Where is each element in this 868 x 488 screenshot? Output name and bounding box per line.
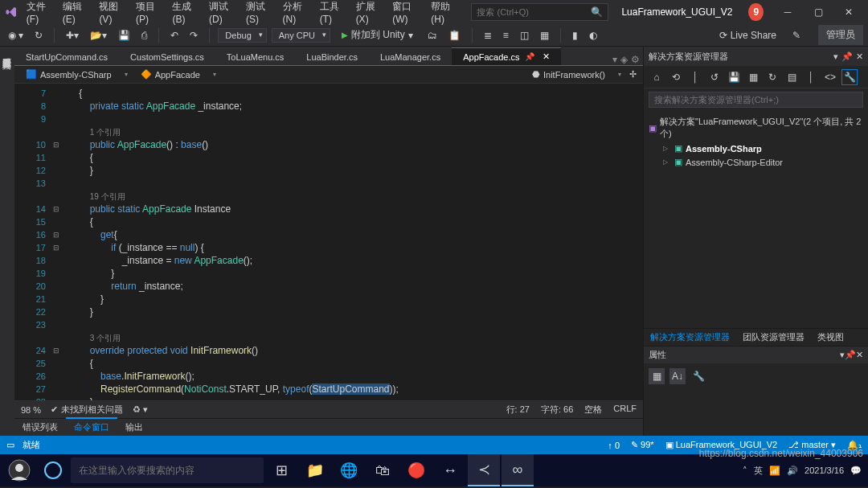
fold-gutter[interactable]: ⊟⊟⊟⊟⊟⊟⊟ [51, 84, 62, 400]
taskbar-search[interactable] [71, 457, 264, 483]
feedback-icon[interactable]: ✎ [789, 28, 804, 43]
categorize-icon[interactable]: ▦ [649, 368, 665, 384]
avatar-icon[interactable] [3, 459, 35, 482]
sync-icon[interactable]: ↺ [706, 69, 723, 85]
toolbar-icon[interactable]: ◐ [586, 28, 600, 43]
run-button[interactable]: 附加到 Unity ▾ [335, 27, 420, 43]
nav-back-button[interactable]: ◉ ▾ [5, 28, 27, 43]
panel-close-icon[interactable]: ✕ [856, 51, 863, 62]
showall-icon[interactable]: ▦ [745, 69, 761, 85]
split-icon[interactable]: ✢ [629, 69, 637, 80]
issues-dropdown[interactable]: ♻ ▾ [133, 404, 148, 415]
tab-settings-icon[interactable]: ⚙ [631, 54, 640, 65]
wifi-icon[interactable]: 📶 [769, 465, 780, 476]
tab-solution-explorer[interactable]: 解决方案资源管理器 [644, 329, 736, 346]
bell-icon[interactable]: 🔔₁ [847, 440, 862, 450]
menu-view[interactable]: 视图(V) [94, 0, 129, 28]
menu-edit[interactable]: 编辑(E) [58, 0, 93, 28]
tab-class-view[interactable]: 类视图 [811, 329, 850, 346]
new-button[interactable]: ✚▾ [63, 28, 82, 43]
tray-up-icon[interactable]: ˄ [743, 465, 747, 476]
panel-pin-icon[interactable]: 📌 [845, 350, 856, 359]
properties-icon[interactable]: ▤ [784, 69, 800, 85]
redo-button[interactable]: ↷ [186, 28, 201, 43]
toolbar-icon[interactable]: 🗂 [424, 28, 440, 43]
zoom-level[interactable]: 98 % [21, 405, 41, 415]
view-icon[interactable]: <> [822, 69, 838, 85]
platform-combo[interactable]: Any CPU [272, 28, 330, 43]
output-icon[interactable]: ▭ [6, 440, 14, 450]
tab-toluamenu[interactable]: ToLuaMenu.cs [215, 49, 296, 65]
ime-icon[interactable]: 英 [754, 465, 763, 477]
tab-startup[interactable]: StartUpCommand.cs [14, 49, 119, 65]
save-icon[interactable]: 💾 [726, 69, 742, 85]
code-editor[interactable]: 7891011121314151617181920212223242526272… [14, 84, 643, 400]
vscode-icon[interactable]: ≺ [468, 454, 500, 486]
collapse-icon[interactable]: ⟲ [668, 69, 684, 85]
panel-dropdown-icon[interactable]: ▾ [833, 51, 838, 62]
explorer-icon[interactable]: 📁 [299, 454, 331, 486]
nav-fwd-button[interactable]: ↻ [31, 28, 46, 43]
volume-icon[interactable]: 🔊 [787, 465, 798, 476]
user-badge[interactable]: 9 [748, 3, 764, 21]
cortana-icon[interactable] [37, 454, 69, 486]
tab-errorlist[interactable]: 错误列表 [14, 419, 66, 436]
source-text[interactable]: { private static AppFacade _instance; 1 … [62, 84, 643, 400]
menu-analyze[interactable]: 分析(N) [278, 0, 313, 28]
system-tray[interactable]: ˄ 英 📶 🔊 2021/3/16 💬 [743, 465, 865, 477]
crumb-method[interactable]: ⬣ InitFramework() [527, 68, 626, 81]
tab-customsettings[interactable]: CustomSettings.cs [119, 49, 215, 65]
menu-tools[interactable]: 工具(T) [315, 0, 350, 28]
tab-dropdown-icon[interactable]: ▾ [612, 54, 617, 65]
solution-root[interactable]: ▣ 解决方案"LuaFramework_UGUI_V2"(2 个项目, 共 2 … [645, 114, 866, 141]
close-icon[interactable]: ✕ [542, 51, 550, 62]
menu-build[interactable]: 生成(B) [167, 0, 203, 28]
config-combo[interactable]: Debug [218, 28, 266, 43]
transfer-icon[interactable]: ↔ [434, 454, 466, 486]
project-assembly-csharp-editor[interactable]: ▷ ▣ Assembly-CSharp-Editor [645, 155, 866, 169]
chrome-icon[interactable]: 🔴 [400, 454, 432, 486]
tab-appfacade[interactable]: AppFacade.cs 📌 ✕ [452, 47, 560, 65]
chevron-right-icon[interactable]: ▷ [663, 145, 671, 152]
project-assembly-csharp[interactable]: ▷ ▣ Assembly-CSharp [645, 141, 866, 155]
menu-window[interactable]: 窗口(W) [387, 0, 424, 28]
toolbar-icon[interactable]: 📋 [445, 28, 464, 43]
tab-team-explorer[interactable]: 团队资源管理器 [736, 329, 811, 346]
crumb-assembly[interactable]: 🟦 Assembly-CSharp [21, 68, 133, 81]
solution-search-input[interactable] [649, 92, 863, 108]
home-icon[interactable]: ⌂ [649, 69, 665, 85]
vs-icon[interactable]: ∞ [502, 454, 534, 486]
project-label[interactable]: ▣ LuaFramework_UGUI_V2 [665, 440, 778, 450]
menu-debug[interactable]: 调试(D) [204, 0, 240, 28]
issues-label[interactable]: ✔ 未找到相关问题 [51, 404, 123, 416]
menu-project[interactable]: 项目(P) [131, 0, 166, 28]
chevron-right-icon[interactable]: ▷ [663, 158, 671, 166]
toolbar-icon[interactable]: ≡ [500, 28, 512, 43]
menu-extensions[interactable]: 扩展(X) [351, 0, 387, 28]
left-toolwindow-tabs[interactable]: 服务器资源管理器 工具箱 [0, 47, 14, 436]
wrench-icon[interactable]: 🔧 [841, 69, 858, 85]
tab-luabinder[interactable]: LuaBinder.cs [295, 49, 369, 65]
close-button[interactable]: ✕ [834, 1, 863, 23]
menu-test[interactable]: 测试(S) [241, 0, 276, 28]
add-to-source[interactable]: ↑ 0 [608, 441, 620, 450]
indent-mode[interactable]: 空格 [584, 404, 602, 416]
panel-close-icon[interactable]: ✕ [856, 350, 863, 359]
toolbar-icon[interactable]: ▮ [569, 28, 581, 43]
tab-output[interactable]: 输出 [117, 419, 151, 436]
quick-search[interactable]: 🔍 [471, 3, 608, 21]
changes-label[interactable]: ✎ 99* [631, 440, 654, 450]
refresh-icon[interactable]: ↻ [764, 69, 780, 85]
clock[interactable]: 2021/3/16 [805, 465, 844, 476]
tab-luamanager[interactable]: LuaManager.cs [369, 49, 452, 65]
menu-help[interactable]: 帮助(H) [426, 0, 461, 28]
tab-solution-icon[interactable]: ◈ [620, 54, 628, 65]
wrench-icon[interactable]: 🔧 [690, 368, 706, 384]
pin-icon[interactable]: 📌 [525, 52, 534, 61]
crumb-class[interactable]: 🔶 AppFacade [136, 68, 524, 81]
tab-command[interactable]: 命令窗口 [66, 417, 117, 436]
taskbar-search-input[interactable] [79, 465, 256, 476]
notifications-icon[interactable]: 💬 [850, 465, 862, 476]
panel-pin-icon[interactable]: 📌 [841, 51, 853, 62]
solution-tree[interactable]: ▣ 解决方案"LuaFramework_UGUI_V2"(2 个项目, 共 2 … [644, 111, 868, 328]
